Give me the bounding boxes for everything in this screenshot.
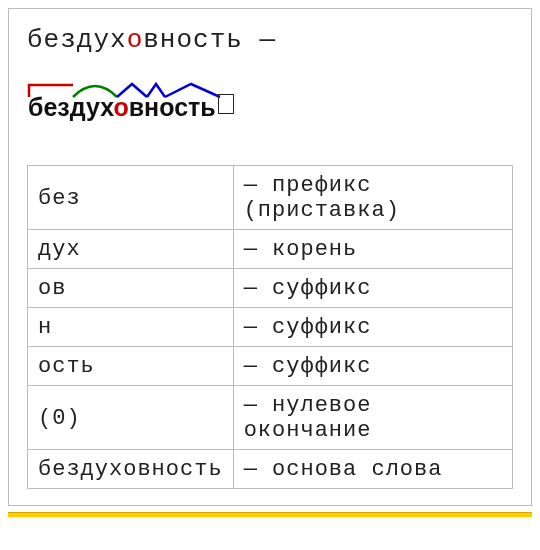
headline-stress: о [127, 25, 144, 55]
morpheme-def: — корень [233, 230, 512, 269]
table-row: без — префикс (приставка) [28, 166, 513, 230]
diagram-before: бездух [28, 93, 113, 121]
table-row: ов — суффикс [28, 269, 513, 308]
table-row: дух — корень [28, 230, 513, 269]
morpheme-part: бездуховность [28, 450, 234, 489]
morpheme-diagram: бездуховность [25, 79, 513, 125]
diagram-word: бездуховность [28, 93, 234, 122]
morpheme-part: (0) [28, 386, 234, 450]
headline-after: вность — [143, 25, 276, 55]
table-row: (0) — нулевое окончание [28, 386, 513, 450]
headline-word: бездуховность — [27, 25, 513, 55]
morpheme-part: н [28, 308, 234, 347]
morpheme-def: — основа слова [233, 450, 512, 489]
diagram-after: вность [129, 93, 216, 121]
morpheme-def: — нулевое окончание [233, 386, 512, 450]
table-row: н — суффикс [28, 308, 513, 347]
morpheme-part: дух [28, 230, 234, 269]
morpheme-def: — суффикс [233, 347, 512, 386]
headline-before: бездух [27, 25, 127, 55]
morpheme-def: — суффикс [233, 269, 512, 308]
morphology-panel: бездуховность — бездуховность без — преф… [8, 8, 532, 506]
morpheme-part: ов [28, 269, 234, 308]
morpheme-table: без — префикс (приставка) дух — корень о… [27, 165, 513, 489]
gold-bar-divider [8, 512, 532, 517]
null-ending-box-icon [218, 94, 234, 114]
morpheme-part: без [28, 166, 234, 230]
morpheme-def: — суффикс [233, 308, 512, 347]
table-row: ость — суффикс [28, 347, 513, 386]
morpheme-table-body: без — префикс (приставка) дух — корень о… [28, 166, 513, 489]
table-row: бездуховность — основа слова [28, 450, 513, 489]
morpheme-def: — префикс (приставка) [233, 166, 512, 230]
diagram-stress: о [113, 93, 128, 121]
morpheme-part: ость [28, 347, 234, 386]
